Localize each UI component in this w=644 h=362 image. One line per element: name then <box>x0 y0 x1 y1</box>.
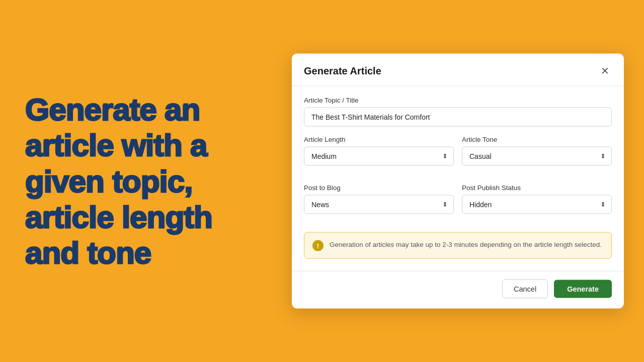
status-label: Post Publish Status <box>462 184 612 192</box>
cancel-button[interactable]: Cancel <box>502 280 548 299</box>
topic-field-group: Article Topic / Title <box>304 97 612 127</box>
length-field-group: Article Length Short Medium Long ⬍ <box>304 136 454 166</box>
warning-text: Generation of articles may take up to 2-… <box>330 240 602 250</box>
blog-status-row: Post to Blog News Blog Tech ⬍ Post Publi… <box>304 184 612 223</box>
length-select[interactable]: Short Medium Long <box>304 147 454 166</box>
status-select-wrapper: Hidden Published Draft ⬍ <box>462 195 612 214</box>
tone-select-wrapper: Formal Casual Conversational Humorous ⬍ <box>462 147 612 166</box>
status-field-group: Post Publish Status Hidden Published Dra… <box>462 184 612 214</box>
blog-field-group: Post to Blog News Blog Tech ⬍ <box>304 184 454 214</box>
modal-container: Generate Article ✕ Article Topic / Title… <box>292 54 624 309</box>
status-select[interactable]: Hidden Published Draft <box>462 195 612 214</box>
tone-label: Article Tone <box>462 136 612 143</box>
warning-icon: ! <box>312 240 324 251</box>
tone-select[interactable]: Formal Casual Conversational Humorous <box>462 147 612 166</box>
blog-select[interactable]: News Blog Tech <box>304 195 454 214</box>
warning-box: ! Generation of articles may take up to … <box>304 232 612 259</box>
modal-footer: Cancel Generate <box>292 271 624 309</box>
modal-overlay: Generate Article ✕ Article Topic / Title… <box>292 54 624 309</box>
tone-field-group: Article Tone Formal Casual Conversationa… <box>462 136 612 166</box>
modal-title: Generate Article <box>304 65 381 76</box>
close-button[interactable]: ✕ <box>598 64 612 78</box>
topic-label: Article Topic / Title <box>304 97 612 104</box>
generate-button[interactable]: Generate <box>554 280 612 298</box>
background-text: Generate an article with a given topic, … <box>25 92 272 270</box>
length-label: Article Length <box>304 136 454 143</box>
length-select-wrapper: Short Medium Long ⬍ <box>304 147 454 166</box>
length-tone-row: Article Length Short Medium Long ⬍ Artic… <box>304 136 612 175</box>
modal-body: Article Topic / Title Article Length Sho… <box>292 86 624 271</box>
topic-input[interactable] <box>304 108 612 127</box>
close-icon: ✕ <box>601 65 609 77</box>
blog-select-wrapper: News Blog Tech ⬍ <box>304 195 454 214</box>
blog-label: Post to Blog <box>304 184 454 192</box>
modal-header: Generate Article ✕ <box>292 54 624 86</box>
